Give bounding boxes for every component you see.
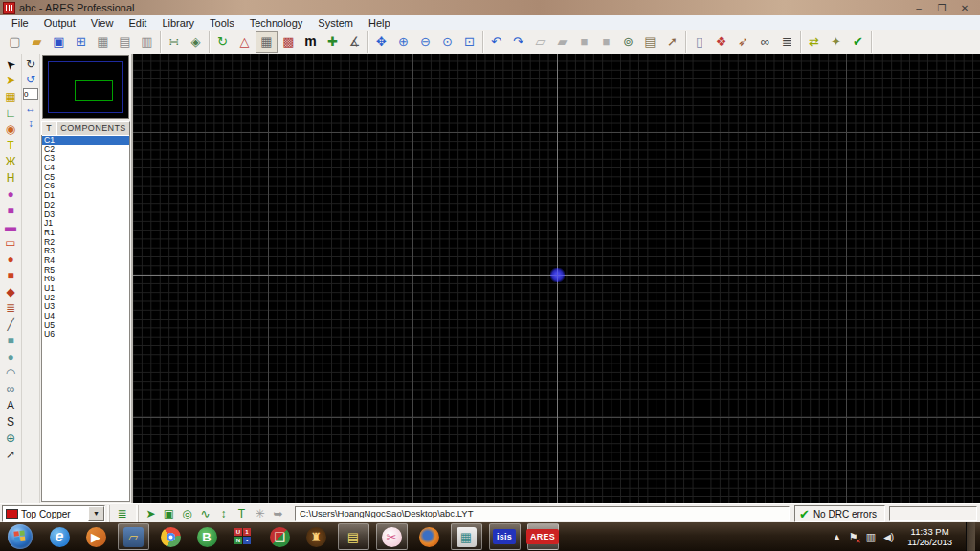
filter-trace-icon[interactable]: ∿ bbox=[196, 506, 214, 522]
filter-pad-icon[interactable]: ▣ bbox=[160, 506, 178, 522]
menu-item-output[interactable]: Output bbox=[36, 17, 83, 29]
component-item[interactable]: C5 bbox=[42, 173, 129, 183]
arc-2d-icon[interactable]: ◠ bbox=[2, 365, 19, 382]
polygonal-pad-icon[interactable]: ◆ bbox=[2, 284, 19, 300]
zoom-region-icon[interactable]: ⊚ bbox=[617, 31, 639, 53]
auto-router-icon[interactable]: ➶ bbox=[732, 31, 754, 53]
menu-item-tools[interactable]: Tools bbox=[202, 17, 242, 29]
pcb-editor-taskbar-icon[interactable]: ▦ bbox=[451, 523, 482, 550]
auto-placer-icon[interactable]: ❖ bbox=[710, 31, 732, 53]
menu-item-edit[interactable]: Edit bbox=[121, 17, 154, 29]
component-item[interactable]: R5 bbox=[42, 266, 129, 276]
component-item[interactable]: D1 bbox=[42, 191, 129, 201]
grid-toggle-icon[interactable]: ▦ bbox=[256, 31, 278, 53]
marker-2d-icon[interactable]: ⊕ bbox=[2, 430, 19, 447]
polar-origin-icon[interactable]: ✚ bbox=[322, 31, 344, 53]
rotation-angle-input[interactable] bbox=[23, 88, 38, 100]
symbol-2d-icon[interactable]: S bbox=[2, 414, 19, 430]
trace-mode-icon[interactable]: ∟ bbox=[2, 105, 19, 121]
ares-taskbar-icon[interactable]: ARES bbox=[527, 523, 559, 550]
zoom-out-icon[interactable]: ⊖ bbox=[414, 31, 436, 53]
filter-component-icon[interactable]: ➤ bbox=[142, 506, 160, 522]
rotate-cw-icon[interactable]: ↻ bbox=[23, 57, 38, 72]
flip-layers-icon[interactable]: △ bbox=[234, 31, 256, 53]
false-origin-icon[interactable]: ▩ bbox=[278, 31, 300, 53]
connectivity-mode-icon[interactable]: H bbox=[2, 170, 19, 187]
component-item[interactable]: U2 bbox=[42, 294, 129, 303]
circular-smt-pad-icon[interactable]: ● bbox=[2, 252, 19, 268]
dil-pad-icon[interactable]: ▬ bbox=[2, 219, 19, 235]
component-item[interactable]: C4 bbox=[42, 164, 129, 173]
filter-track-icon[interactable]: ➥ bbox=[269, 506, 287, 522]
component-item[interactable]: D2 bbox=[42, 201, 129, 210]
menu-item-library[interactable]: Library bbox=[154, 17, 202, 29]
restore-button[interactable]: ❐ bbox=[936, 3, 947, 13]
circle-2d-icon[interactable]: ● bbox=[2, 349, 19, 365]
component-item[interactable]: U1 bbox=[42, 284, 129, 294]
component-item[interactable]: C1 bbox=[42, 136, 129, 145]
component-item[interactable]: R1 bbox=[42, 229, 129, 238]
print-area-icon[interactable]: ▥ bbox=[136, 31, 158, 53]
layer-dropdown-button[interactable]: ▼ bbox=[88, 506, 104, 521]
dimension-2d-icon[interactable]: ↗ bbox=[2, 447, 19, 463]
green-browser-taskbar-icon[interactable]: B bbox=[192, 524, 222, 549]
menu-item-view[interactable]: View bbox=[83, 17, 122, 29]
network-icon[interactable]: ▥ bbox=[866, 531, 876, 543]
start-button[interactable] bbox=[8, 524, 33, 549]
component-item[interactable]: C3 bbox=[42, 154, 129, 164]
game-app-taskbar-icon[interactable]: ♜ bbox=[301, 524, 331, 549]
rect-smt-pad-icon[interactable]: ■ bbox=[2, 268, 19, 284]
chrome-taskbar-icon[interactable] bbox=[156, 524, 186, 549]
firefox-taskbar-icon[interactable] bbox=[414, 524, 444, 549]
component-item[interactable]: U4 bbox=[42, 312, 129, 321]
filter-via-icon[interactable]: ◎ bbox=[178, 506, 196, 522]
package-mode-icon[interactable]: ▦ bbox=[2, 89, 19, 105]
gift-app-taskbar-icon[interactable]: ❑ bbox=[265, 524, 295, 549]
show-desktop-button[interactable] bbox=[966, 522, 975, 551]
volume-icon[interactable]: ◀) bbox=[883, 532, 894, 542]
filter-zone-icon[interactable]: T bbox=[233, 506, 251, 522]
save-file-icon[interactable]: ▣ bbox=[48, 31, 70, 53]
component-item[interactable]: J1 bbox=[42, 219, 129, 229]
menu-item-help[interactable]: Help bbox=[361, 17, 398, 29]
zoom-all-icon[interactable]: ⊙ bbox=[436, 31, 458, 53]
internet-explorer-taskbar-icon[interactable]: e bbox=[45, 524, 75, 549]
via-mode-icon[interactable]: ◉ bbox=[2, 121, 19, 138]
box-2d-icon[interactable]: ■ bbox=[2, 333, 19, 349]
pan-icon[interactable]: ✥ bbox=[370, 31, 392, 53]
padstack-icon[interactable]: ≣ bbox=[2, 300, 19, 317]
gateswap-icon[interactable]: ✦ bbox=[825, 31, 847, 53]
round-pad-icon[interactable]: ● bbox=[2, 187, 19, 203]
pick-tool-icon[interactable]: ➚ bbox=[661, 31, 683, 53]
component-item[interactable]: C2 bbox=[42, 145, 129, 155]
snipping-tool-taskbar-icon[interactable]: ✂ bbox=[376, 523, 408, 550]
action-center-icon[interactable]: ⚑✕ bbox=[849, 531, 858, 543]
tray-chevron-icon[interactable]: ▲ bbox=[833, 532, 841, 541]
netlist-load-icon[interactable]: ∺ bbox=[163, 31, 185, 53]
menu-item-file[interactable]: File bbox=[4, 17, 36, 29]
component-item[interactable]: D3 bbox=[42, 210, 129, 220]
component-item[interactable]: U5 bbox=[42, 321, 129, 331]
pcb-canvas[interactable] bbox=[133, 54, 980, 503]
component-item[interactable]: U6 bbox=[42, 330, 129, 340]
open-file-icon[interactable]: ▰ bbox=[26, 31, 48, 53]
media-player-taskbar-icon[interactable]: ▶ bbox=[81, 524, 111, 549]
component-item[interactable]: R6 bbox=[42, 275, 129, 284]
zone-mode-icon[interactable]: T bbox=[2, 138, 19, 154]
stamp-region-icon[interactable]: ▤ bbox=[639, 31, 661, 53]
zoom-in-icon[interactable]: ⊕ bbox=[392, 31, 414, 53]
minimize-button[interactable]: – bbox=[913, 3, 924, 13]
component-item[interactable]: U3 bbox=[42, 302, 129, 312]
goto-xy-icon[interactable]: ∡ bbox=[344, 31, 366, 53]
edge-connector-pad-icon[interactable]: ▭ bbox=[2, 235, 19, 252]
import-region-icon[interactable]: ⊞ bbox=[70, 31, 92, 53]
metric-toggle-icon[interactable]: m bbox=[300, 31, 322, 53]
component-item[interactable]: R3 bbox=[42, 247, 129, 256]
mirror-horizontal-icon[interactable]: ↔ bbox=[23, 101, 38, 116]
layer-selector[interactable]: Top Copper ▼ bbox=[2, 505, 105, 522]
new-file-icon[interactable]: ▢ bbox=[4, 31, 26, 53]
component-item[interactable]: R4 bbox=[42, 256, 129, 266]
explorer-taskbar-icon[interactable]: ▱ bbox=[118, 523, 149, 550]
drc-check-icon[interactable]: ✔ bbox=[847, 31, 869, 53]
square-pad-icon[interactable]: ■ bbox=[2, 203, 19, 219]
